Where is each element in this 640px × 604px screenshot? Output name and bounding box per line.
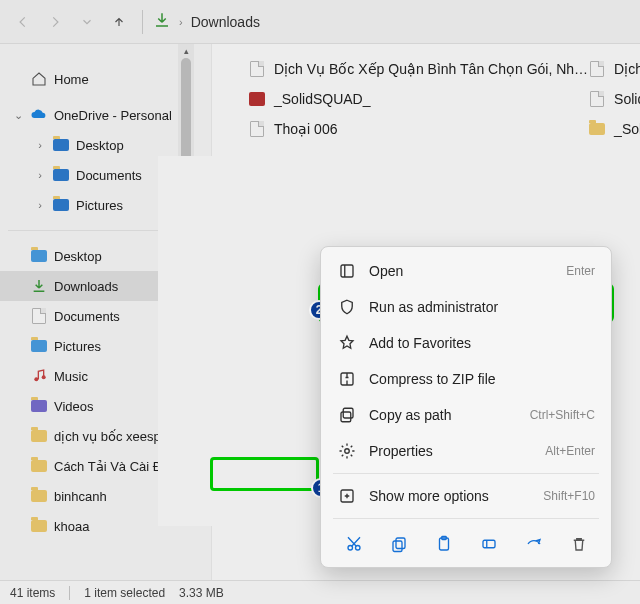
menu-label: Add to Favorites bbox=[369, 335, 595, 351]
folder-icon bbox=[30, 427, 48, 445]
share-icon[interactable] bbox=[518, 529, 550, 559]
menu-item-zip[interactable]: Compress to ZIP file bbox=[327, 361, 605, 397]
expand-icon[interactable]: › bbox=[34, 169, 46, 181]
context-menu: Open Enter Run as administrator Add to F… bbox=[320, 246, 612, 568]
paste-icon[interactable] bbox=[428, 529, 460, 559]
separator bbox=[142, 10, 143, 34]
sidebar-label: OneDrive - Personal bbox=[54, 108, 172, 123]
downloads-icon bbox=[153, 11, 171, 32]
sidebar-label: Pictures bbox=[54, 339, 101, 354]
file-item[interactable]: _SolidSQ bbox=[588, 114, 640, 144]
delete-icon[interactable] bbox=[563, 529, 595, 559]
status-size: 3.33 MB bbox=[179, 586, 224, 600]
menu-item-more[interactable]: Show more options Shift+F10 bbox=[327, 478, 605, 514]
sidebar-label: Desktop bbox=[76, 138, 124, 153]
svg-rect-11 bbox=[396, 538, 405, 549]
file-item[interactable]: Dịch Vụ Bốc Xếp Quận Bình Tân Chọn Gói, … bbox=[212, 54, 588, 84]
folder-icon bbox=[588, 120, 606, 138]
expand-icon[interactable]: ⌄ bbox=[12, 109, 24, 122]
chevron-right-icon: › bbox=[179, 16, 183, 28]
file-item[interactable]: _SolidSQUAD_ bbox=[212, 84, 588, 114]
up-button[interactable] bbox=[106, 9, 132, 35]
menu-label: Compress to ZIP file bbox=[369, 371, 595, 387]
folder-icon bbox=[30, 487, 48, 505]
file-label: Dịch bbox=[614, 61, 640, 77]
separator bbox=[333, 518, 599, 519]
cut-icon[interactable] bbox=[338, 529, 370, 559]
expand-icon[interactable]: › bbox=[34, 139, 46, 151]
file-label: _SolidSQ bbox=[614, 121, 640, 137]
page-icon bbox=[248, 60, 266, 78]
page-icon bbox=[588, 90, 606, 108]
menu-item-favorites[interactable]: Add to Favorites bbox=[327, 325, 605, 361]
sidebar-label: khoaa bbox=[54, 519, 89, 534]
menu-shortcut: Enter bbox=[566, 264, 595, 278]
rename-icon[interactable] bbox=[473, 529, 505, 559]
videos-icon bbox=[30, 397, 48, 415]
svg-point-7 bbox=[345, 449, 350, 454]
folder-icon bbox=[52, 136, 70, 154]
status-selection: 1 item selected bbox=[84, 586, 165, 600]
file-label: Dịch Vụ Bốc Xếp Quận Bình Tân Chọn Gói, … bbox=[274, 61, 588, 77]
desktop-icon bbox=[30, 247, 48, 265]
sidebar-label: Home bbox=[54, 72, 89, 87]
menu-label: Copy as path bbox=[369, 407, 518, 423]
folder-icon bbox=[30, 457, 48, 475]
cloud-icon bbox=[30, 106, 48, 124]
breadcrumb-item[interactable]: Downloads bbox=[191, 14, 260, 30]
menu-shortcut: Alt+Enter bbox=[545, 444, 595, 458]
sidebar-label: Desktop bbox=[54, 249, 102, 264]
menu-item-open[interactable]: Open Enter bbox=[327, 253, 605, 289]
sidebar-label: Music bbox=[54, 369, 88, 384]
file-label: Thoại 006 bbox=[274, 121, 337, 137]
forward-button[interactable] bbox=[42, 9, 68, 35]
sidebar-label: Videos bbox=[54, 399, 94, 414]
sidebar-label: Documents bbox=[54, 309, 120, 324]
star-icon bbox=[337, 334, 357, 352]
separator bbox=[69, 586, 70, 600]
status-bar: 41 items 1 item selected 3.33 MB bbox=[0, 580, 640, 604]
more-icon bbox=[337, 487, 357, 505]
sidebar-label: Documents bbox=[76, 168, 142, 183]
zip-icon bbox=[337, 370, 357, 388]
address-bar: › Downloads bbox=[0, 0, 640, 44]
back-button[interactable] bbox=[10, 9, 36, 35]
shield-icon bbox=[337, 298, 357, 316]
file-label: SolidWork bbox=[614, 91, 640, 107]
menu-item-properties[interactable]: Properties Alt+Enter bbox=[327, 433, 605, 469]
open-icon bbox=[337, 262, 357, 280]
sidebar-label: Pictures bbox=[76, 198, 123, 213]
menu-label: Run as administrator bbox=[369, 299, 595, 315]
file-item[interactable]: Dịch bbox=[588, 54, 640, 84]
separator bbox=[333, 473, 599, 474]
page-icon bbox=[248, 120, 266, 138]
svg-rect-3 bbox=[341, 265, 353, 277]
svg-rect-12 bbox=[393, 541, 402, 552]
breadcrumb[interactable]: › Downloads bbox=[153, 11, 260, 32]
folder-icon bbox=[30, 517, 48, 535]
svg-rect-5 bbox=[343, 408, 353, 418]
documents-icon bbox=[30, 307, 48, 325]
home-icon bbox=[30, 70, 48, 88]
page-icon bbox=[588, 60, 606, 78]
archive-icon bbox=[248, 90, 266, 108]
recent-dropdown[interactable] bbox=[74, 9, 100, 35]
expand-icon[interactable]: › bbox=[34, 199, 46, 211]
downloads-icon bbox=[30, 277, 48, 295]
menu-item-run-admin[interactable]: Run as administrator bbox=[327, 289, 605, 325]
svg-rect-15 bbox=[483, 540, 495, 548]
folder-icon bbox=[52, 166, 70, 184]
svg-point-1 bbox=[42, 375, 46, 379]
file-item[interactable]: Thoại 006 bbox=[212, 114, 588, 144]
menu-label: Open bbox=[369, 263, 554, 279]
menu-action-bar bbox=[327, 523, 605, 561]
file-label: _SolidSQUAD_ bbox=[274, 91, 371, 107]
file-item[interactable]: SolidWork bbox=[588, 84, 640, 114]
folder-icon bbox=[52, 196, 70, 214]
copy-icon[interactable] bbox=[383, 529, 415, 559]
status-item-count: 41 items bbox=[10, 586, 55, 600]
menu-shortcut: Ctrl+Shift+C bbox=[530, 408, 595, 422]
sidebar-label: binhcanh bbox=[54, 489, 107, 504]
menu-item-copy-path[interactable]: Copy as path Ctrl+Shift+C bbox=[327, 397, 605, 433]
menu-label: Properties bbox=[369, 443, 533, 459]
